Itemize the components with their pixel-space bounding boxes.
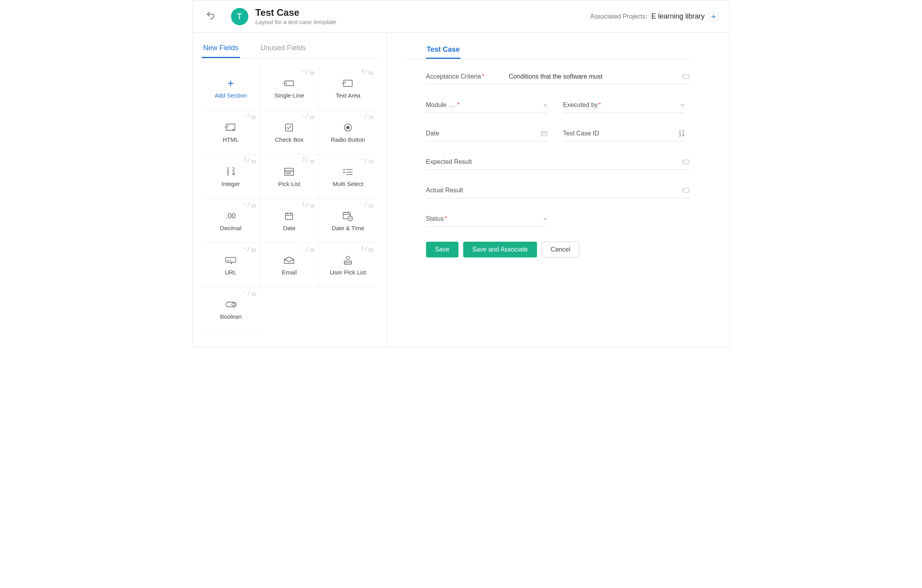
field-type-label: Email bbox=[282, 269, 297, 276]
calendar-indicator-icon bbox=[541, 131, 547, 136]
field-type-decimal[interactable]: --10 .00 Decimal bbox=[202, 199, 260, 243]
field-type-grid: + Add Section --50 Single-Line 350 Text … bbox=[202, 66, 377, 331]
field-type-html[interactable]: --20 HTML bbox=[202, 110, 260, 154]
field-type-label: Check Box bbox=[275, 136, 304, 143]
toggle-icon bbox=[225, 298, 237, 311]
svg-rect-50 bbox=[683, 188, 689, 192]
user-icon bbox=[343, 254, 353, 267]
field-type-label: Pick List bbox=[278, 180, 300, 187]
cancel-button[interactable]: Cancel bbox=[542, 242, 580, 257]
dropdown-icon bbox=[543, 104, 547, 106]
url-icon: www. bbox=[225, 254, 237, 267]
field-type-label: Text Area bbox=[336, 92, 361, 99]
field-status[interactable]: Status* bbox=[426, 213, 547, 227]
svg-rect-40 bbox=[541, 132, 547, 136]
decimal-icon: .00 bbox=[226, 210, 236, 222]
field-type-url[interactable]: --10 www. URL bbox=[202, 243, 260, 287]
text-area-indicator-icon bbox=[682, 159, 690, 165]
svg-rect-3 bbox=[344, 80, 352, 86]
save-button[interactable]: Save bbox=[426, 242, 458, 257]
section-title[interactable]: Test Case bbox=[426, 42, 461, 59]
svg-point-46 bbox=[543, 135, 544, 135]
svg-point-36 bbox=[232, 303, 235, 306]
layout-avatar: T bbox=[231, 8, 248, 25]
field-date[interactable]: Date bbox=[426, 128, 547, 141]
field-palette: New Fields Unused Fields + Add Section -… bbox=[193, 33, 387, 347]
field-type-integer[interactable]: 110 1 2 3 4 Integer bbox=[202, 154, 260, 199]
field-acceptance-criteria[interactable]: Acceptance Criteria* Conditions that the… bbox=[426, 71, 690, 85]
email-icon bbox=[284, 254, 295, 267]
field-type-label: HTML bbox=[223, 136, 239, 143]
field-type-date[interactable]: 110 Date bbox=[260, 199, 319, 243]
page-subtitle: Layout for a test case template bbox=[255, 19, 590, 25]
dropdown-icon bbox=[543, 218, 547, 220]
field-type-label: Radio Button bbox=[331, 136, 365, 143]
save-and-associate-button[interactable]: Save and Associate bbox=[463, 242, 537, 257]
svg-point-42 bbox=[542, 133, 543, 134]
palette-tabs: New Fields Unused Fields bbox=[202, 40, 377, 58]
field-type-label: Single-Line bbox=[274, 92, 304, 99]
svg-rect-12 bbox=[285, 168, 293, 171]
layout-editor: T Test Case Layout for a test case templ… bbox=[193, 0, 730, 348]
field-type-label: Decimal bbox=[220, 225, 241, 231]
field-type-multiselect[interactable]: --10 Multi Select bbox=[319, 154, 377, 199]
associated-projects: Associated Projects: E learning library bbox=[590, 12, 718, 21]
add-section-tile[interactable]: + Add Section bbox=[202, 66, 260, 110]
field-type-email[interactable]: --10 Email bbox=[260, 243, 319, 287]
field-executed-by[interactable]: Executed by* bbox=[563, 100, 684, 113]
tab-unused-fields[interactable]: Unused Fields bbox=[259, 40, 308, 58]
svg-rect-13 bbox=[285, 171, 293, 175]
svg-rect-37 bbox=[683, 75, 689, 79]
field-type-checkbox[interactable]: --10 Check Box bbox=[260, 110, 319, 154]
tab-new-fields[interactable]: New Fields bbox=[202, 40, 240, 58]
svg-point-11 bbox=[346, 126, 349, 129]
field-type-label: Boolean bbox=[220, 313, 242, 320]
field-type-label: URL bbox=[225, 269, 237, 276]
integer-icon: 1 2 3 4 bbox=[226, 165, 235, 178]
svg-rect-35 bbox=[226, 302, 236, 307]
plus-icon bbox=[711, 14, 716, 19]
associated-label: Associated Projects: bbox=[590, 13, 647, 20]
single-line-icon bbox=[283, 77, 295, 90]
field-expected-result[interactable]: Expected Result bbox=[426, 156, 690, 170]
field-type-label: Date & Time bbox=[332, 225, 364, 231]
field-type-single-line[interactable]: --50 Single-Line bbox=[260, 66, 319, 110]
header: T Test Case Layout for a test case templ… bbox=[193, 0, 729, 33]
text-area-icon bbox=[342, 77, 354, 90]
field-type-text-area[interactable]: 350 Text Area bbox=[319, 66, 377, 110]
field-test-case-id[interactable]: Test Case ID 1 2 3 4 bbox=[563, 128, 684, 141]
field-type-label: Date bbox=[283, 225, 296, 231]
dropdown-icon bbox=[680, 104, 684, 106]
svg-text:www.: www. bbox=[227, 259, 232, 261]
field-module[interactable]: Module … * bbox=[426, 100, 547, 113]
svg-point-32 bbox=[346, 256, 349, 259]
svg-point-44 bbox=[545, 133, 545, 134]
svg-rect-19 bbox=[285, 213, 293, 220]
svg-rect-47 bbox=[683, 160, 689, 164]
layout-canvas: Test Case Acceptance Criteria* Condition… bbox=[387, 33, 729, 347]
plus-icon: + bbox=[227, 77, 234, 90]
svg-point-45 bbox=[542, 135, 543, 135]
field-type-label: Integer bbox=[222, 180, 240, 187]
integer-indicator-icon: 1 2 3 4 bbox=[679, 130, 684, 137]
field-type-picklist[interactable]: 210 Pick List bbox=[260, 154, 319, 199]
field-type-datetime[interactable]: --10 Date & Time bbox=[319, 199, 377, 243]
calendar-icon bbox=[284, 210, 294, 222]
field-type-radio[interactable]: --10 Radio Button bbox=[319, 110, 377, 154]
field-actual-result[interactable]: Actual Result bbox=[426, 185, 690, 198]
field-type-label: User Pick List bbox=[330, 269, 366, 276]
back-button[interactable] bbox=[204, 12, 216, 21]
field-type-label: Multi Select bbox=[333, 180, 364, 187]
add-section-label: Add Section bbox=[215, 92, 247, 99]
add-project-button[interactable] bbox=[709, 12, 718, 21]
field-type-userpicklist[interactable]: 150 User Pick List bbox=[319, 243, 377, 287]
picklist-icon bbox=[284, 165, 294, 178]
action-buttons: Save Save and Associate Cancel bbox=[402, 242, 690, 257]
svg-point-43 bbox=[543, 133, 544, 134]
field-type-boolean[interactable]: --10 Boolean bbox=[202, 287, 260, 331]
associated-project-name[interactable]: E learning library bbox=[651, 12, 704, 21]
text-area-indicator-icon bbox=[682, 188, 690, 193]
section-header: Test Case bbox=[402, 42, 690, 59]
radio-icon bbox=[343, 121, 353, 134]
html-icon bbox=[225, 121, 237, 134]
